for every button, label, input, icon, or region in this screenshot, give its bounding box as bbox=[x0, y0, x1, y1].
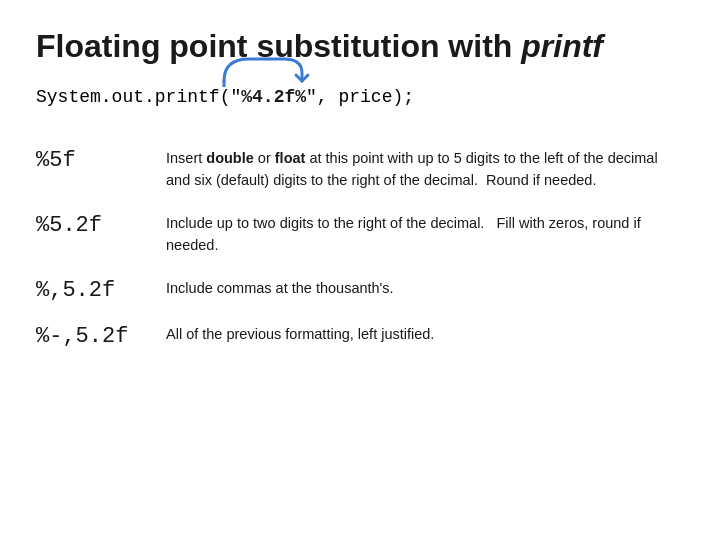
label-percent-minus-comma-5-2f: %-,5.2f bbox=[36, 323, 156, 349]
code-highlighted: %4.2f% bbox=[241, 87, 306, 107]
title-keyword: printf bbox=[521, 28, 603, 64]
row-percent5-2f: %5.2f Include up to two digits to the ri… bbox=[36, 212, 684, 257]
desc-percent5f: Insert double or float at this point wit… bbox=[156, 147, 684, 192]
desc-percent-comma-5-2f: Include commas at the thousanth's. bbox=[156, 277, 684, 299]
row-percent-comma-5-2f: %,5.2f Include commas at the thousanth's… bbox=[36, 277, 684, 303]
label-percent5f: %5f bbox=[36, 147, 156, 173]
label-percent-comma-5-2f: %,5.2f bbox=[36, 277, 156, 303]
desc-percent-minus-comma-5-2f: All of the previous formatting, left jus… bbox=[156, 323, 684, 345]
page-title: Floating point substitution with printf bbox=[36, 28, 684, 65]
code-suffix: ", price); bbox=[306, 87, 414, 107]
page: Floating point substitution with printf … bbox=[0, 0, 720, 540]
row-percent-minus-comma-5-2f: %-,5.2f All of the previous formatting, … bbox=[36, 323, 684, 349]
code-example-wrap: System.out.printf("%4.2f%", price); bbox=[36, 87, 414, 129]
label-percent5-2f: %5.2f bbox=[36, 212, 156, 238]
desc-percent5-2f: Include up to two digits to the right of… bbox=[156, 212, 684, 257]
code-prefix: System.out.printf(" bbox=[36, 87, 241, 107]
row-percent5f: %5f Insert double or float at this point… bbox=[36, 147, 684, 192]
annotation-arrow bbox=[214, 51, 314, 87]
code-line: System.out.printf("%4.2f%", price); bbox=[36, 87, 414, 107]
